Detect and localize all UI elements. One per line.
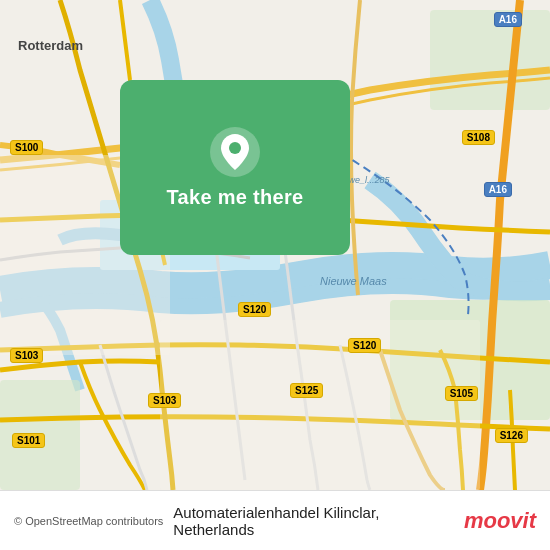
bottom-bar: © OpenStreetMap contributors Automateria… xyxy=(0,490,550,550)
road-badge-a16-mid: A16 xyxy=(484,182,512,197)
location-pin-icon xyxy=(209,126,261,178)
road-badge-s103-right: S103 xyxy=(148,393,181,408)
road-badge-a16-north: A16 xyxy=(494,12,522,27)
location-popup[interactable]: Take me there xyxy=(120,80,350,255)
svg-rect-2 xyxy=(430,10,550,110)
road-badge-s120-left: S120 xyxy=(238,302,271,317)
moovit-logo: moovit xyxy=(464,508,536,534)
place-name: Automaterialenhandel Kilinclar, Netherla… xyxy=(173,504,464,538)
road-badge-s103-left: S103 xyxy=(10,348,43,363)
svg-point-7 xyxy=(229,142,241,154)
road-badge-s100: S100 xyxy=(10,140,43,155)
road-badge-s108: S108 xyxy=(462,130,495,145)
road-badge-s120-right: S120 xyxy=(348,338,381,353)
take-me-there-button[interactable]: Take me there xyxy=(167,186,304,209)
map-view: A16 S100 S108 A16 S120 S120 S103 S103 S1… xyxy=(0,0,550,490)
road-badge-s125: S125 xyxy=(290,383,323,398)
water-label-nieuwe-maas: Nieuwe Maas xyxy=(320,275,387,287)
city-label-rotterdam: Rotterdam xyxy=(18,38,83,53)
svg-rect-5 xyxy=(160,320,480,490)
moovit-brand-text: moovit xyxy=(464,508,536,534)
road-badge-s101: S101 xyxy=(12,433,45,448)
road-badge-s105: S105 xyxy=(445,386,478,401)
osm-attribution: © OpenStreetMap contributors xyxy=(14,515,163,527)
road-badge-s126: S126 xyxy=(495,428,528,443)
